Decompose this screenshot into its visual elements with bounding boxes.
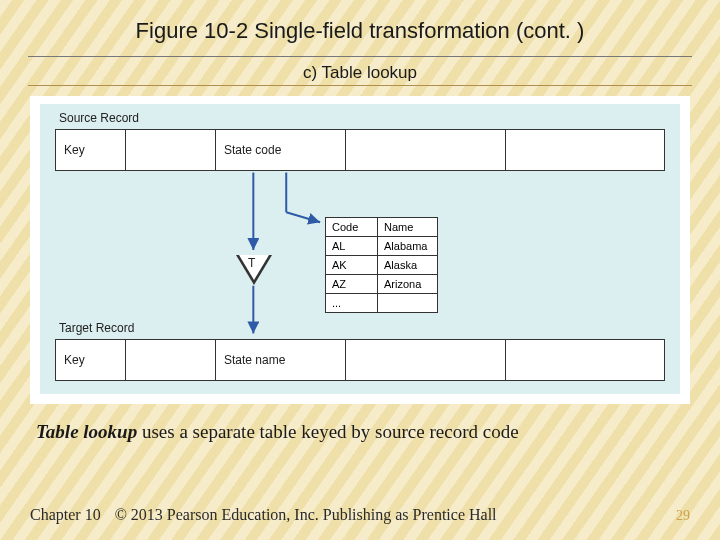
copyright-text: © 2013 Pearson Education, Inc. Publishin… [115, 506, 497, 523]
table-row: AKAlaska [326, 256, 438, 275]
target-empty-2 [506, 340, 665, 380]
source-empty-1 [346, 130, 506, 170]
diagram-container: Source Record Key State code CodeName AL… [30, 96, 690, 404]
caption-rest: uses a separate table keyed by source re… [137, 421, 518, 442]
source-record-row: Key State code [55, 129, 665, 171]
source-gap-cell [126, 130, 216, 170]
title-rule [28, 56, 692, 57]
figure-subtitle: c) Table lookup [28, 63, 692, 83]
source-key-cell: Key [56, 130, 126, 170]
page-number: 29 [676, 508, 690, 524]
source-field-cell: State code [216, 130, 346, 170]
target-record-row: Key State name [55, 339, 665, 381]
target-key-cell: Key [56, 340, 126, 380]
target-empty-1 [346, 340, 506, 380]
footer-left: Chapter 10 © 2013 Pearson Education, Inc… [30, 506, 497, 524]
footer: Chapter 10 © 2013 Pearson Education, Inc… [30, 506, 690, 524]
source-record-label: Source Record [59, 111, 139, 125]
table-row: ... [326, 294, 438, 313]
chapter-label: Chapter 10 [30, 506, 101, 523]
lookup-table: CodeName ALAlabama AKAlaska AZArizona ..… [325, 217, 438, 313]
lookup-header-code: Code [326, 218, 378, 237]
source-empty-2 [506, 130, 665, 170]
caption: Table lookup uses a separate table keyed… [36, 420, 684, 445]
diagram: Source Record Key State code CodeName AL… [40, 104, 680, 394]
figure-title: Figure 10-2 Single-field transformation … [28, 18, 692, 52]
transform-letter: T [248, 256, 255, 270]
caption-bold: Table lookup [36, 421, 137, 442]
slide: Figure 10-2 Single-field transformation … [0, 0, 720, 540]
svg-line-2 [286, 212, 320, 222]
target-record-label: Target Record [59, 321, 134, 335]
table-row: ALAlabama [326, 237, 438, 256]
subtitle-rule [28, 85, 692, 86]
lookup-header-name: Name [378, 218, 438, 237]
table-row: AZArizona [326, 275, 438, 294]
table-row: CodeName [326, 218, 438, 237]
target-field-cell: State name [216, 340, 346, 380]
target-gap-cell [126, 340, 216, 380]
